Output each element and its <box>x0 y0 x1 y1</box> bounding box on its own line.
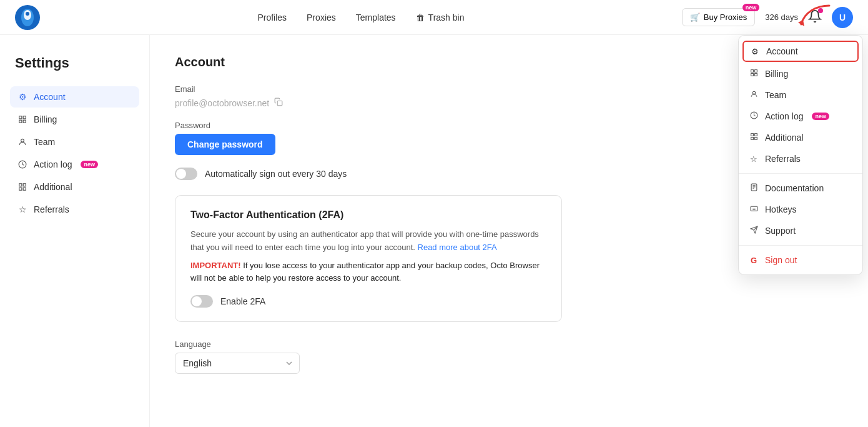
dd-support-icon <box>749 226 759 236</box>
svg-rect-12 <box>23 184 26 186</box>
svg-rect-18 <box>751 74 753 76</box>
twofa-toggle-row: Enable 2FA <box>190 295 546 308</box>
svg-rect-7 <box>19 120 22 123</box>
svg-rect-6 <box>23 116 26 119</box>
action-log-icon <box>17 159 27 169</box>
sidebar-item-referrals[interactable]: ☆ Referrals <box>10 199 139 220</box>
svg-rect-19 <box>754 74 757 76</box>
svg-rect-30 <box>751 206 757 211</box>
topnav-right: 🛒 Buy Proxies new 326 days U <box>682 7 853 28</box>
svg-rect-22 <box>751 134 753 136</box>
language-select[interactable]: English <box>175 353 300 374</box>
svg-rect-11 <box>19 184 22 186</box>
twofa-description: Secure your account by using an authenti… <box>190 228 546 254</box>
dd-account-icon: ⚙ <box>750 47 760 56</box>
dd-referrals-icon: ☆ <box>749 154 759 164</box>
dd-item-additional[interactable]: Additional <box>739 127 862 148</box>
dd-hotkeys-icon <box>749 204 759 214</box>
dd-item-team[interactable]: Team <box>739 84 862 106</box>
svg-rect-15 <box>277 101 282 106</box>
enable-2fa-label: Enable 2FA <box>220 296 265 306</box>
sidebar-item-additional[interactable]: Additional <box>10 176 139 198</box>
action-log-new-badge: new <box>81 161 98 168</box>
dd-item-billing[interactable]: Billing <box>739 63 862 84</box>
avatar[interactable]: U <box>832 7 853 28</box>
templates-link[interactable]: Templates <box>356 13 396 23</box>
sidebar-item-billing[interactable]: Billing <box>10 109 139 130</box>
new-badge: new <box>742 4 760 11</box>
twofa-important-label: IMPORTANT! <box>190 261 241 270</box>
notification-dot <box>818 8 823 13</box>
dd-documentation-icon <box>749 183 759 193</box>
copy-email-icon[interactable] <box>274 98 283 108</box>
dd-team-icon <box>749 90 759 100</box>
svg-marker-4 <box>798 20 804 26</box>
language-label: Language <box>175 339 843 349</box>
toggle-knob <box>176 169 186 179</box>
enable-2fa-toggle[interactable] <box>190 295 213 308</box>
bell-button[interactable] <box>808 9 822 25</box>
dd-item-action-log[interactable]: Action log new <box>739 106 862 127</box>
svg-rect-23 <box>754 134 757 136</box>
dd-action-log-icon <box>749 111 759 121</box>
dropdown-divider-2 <box>739 245 862 246</box>
svg-point-20 <box>752 91 755 94</box>
user-dropdown: ⚙ Account Billing Team Action log new Ad… <box>738 35 863 275</box>
dd-item-documentation[interactable]: Documentation <box>739 178 862 199</box>
days-label: 326 days <box>765 13 798 22</box>
dd-item-support[interactable]: Support <box>739 220 862 241</box>
sidebar-item-team[interactable]: Team <box>10 131 139 153</box>
account-icon: ⚙ <box>17 92 27 102</box>
svg-rect-8 <box>23 120 26 123</box>
svg-rect-5 <box>19 116 22 119</box>
sidebar-item-account[interactable]: ⚙ Account <box>10 86 139 108</box>
additional-icon <box>17 182 27 192</box>
cart-icon: 🛒 <box>690 13 700 22</box>
dd-item-referrals[interactable]: ☆ Referrals <box>739 148 862 169</box>
twofa-box: Two-Factor Authentication (2FA) Secure y… <box>175 195 562 322</box>
svg-point-9 <box>21 139 24 142</box>
dd-billing-icon <box>749 69 759 79</box>
svg-rect-13 <box>19 188 22 190</box>
svg-point-3 <box>26 12 29 16</box>
svg-rect-17 <box>754 70 757 73</box>
svg-rect-16 <box>751 70 753 73</box>
sidebar-item-action-log[interactable]: Action log new <box>10 154 139 175</box>
twofa-title: Two-Factor Authentication (2FA) <box>190 209 546 221</box>
dd-signout-icon: G <box>749 256 759 265</box>
dd-action-log-badge: new <box>812 113 829 120</box>
trashbin-icon: 🗑 <box>416 13 425 23</box>
sidebar: Settings ⚙ Account Billing Team Action l… <box>0 35 150 427</box>
svg-rect-14 <box>23 188 26 190</box>
dd-item-hotkeys[interactable]: Hotkeys <box>739 199 862 220</box>
twofa-warning: IMPORTANT! If you lose access to your au… <box>190 259 546 286</box>
profiles-link[interactable]: Profiles <box>257 13 287 23</box>
dd-additional-icon <box>749 133 759 143</box>
team-icon <box>17 137 27 147</box>
topnav-center: Profiles Proxies Templates 🗑 Trash bin <box>257 13 464 23</box>
sidebar-title: Settings <box>10 55 139 71</box>
topnav-left <box>15 5 40 30</box>
topnav: Profiles Proxies Templates 🗑 Trash bin 🛒… <box>0 0 868 35</box>
referrals-icon: ☆ <box>17 204 27 214</box>
toggle-knob-2fa <box>192 296 202 306</box>
dd-item-account[interactable]: ⚙ Account <box>742 41 859 62</box>
twofa-read-more-link[interactable]: Read more about 2FA <box>418 243 497 252</box>
dd-item-signout[interactable]: G Sign out <box>739 249 862 271</box>
logo-icon <box>15 5 40 30</box>
svg-rect-25 <box>754 138 757 140</box>
auto-signout-toggle[interactable] <box>175 168 197 180</box>
language-section: Language English <box>175 339 843 374</box>
proxies-link[interactable]: Proxies <box>307 13 336 23</box>
dropdown-divider-1 <box>739 173 862 174</box>
trashbin-link[interactable]: 🗑 Trash bin <box>416 13 465 23</box>
svg-rect-24 <box>751 138 753 140</box>
auto-signout-label: Automatically sign out every 30 days <box>205 169 347 179</box>
buy-proxies-button[interactable]: 🛒 Buy Proxies new <box>682 8 755 26</box>
change-password-button[interactable]: Change password <box>175 134 275 155</box>
billing-icon <box>17 114 27 124</box>
